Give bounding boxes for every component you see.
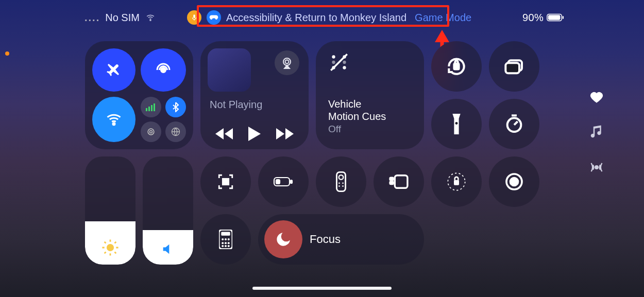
flashlight-button[interactable] [431,99,482,149]
svg-rect-69 [221,232,230,236]
airplay-icon [281,57,293,69]
svg-point-56 [339,175,344,180]
favorites-icon[interactable] [589,90,604,103]
hotspot-icon [146,127,156,137]
wifi-icon [145,13,156,22]
game-mode-label[interactable]: Game Mode [415,12,471,24]
volume-slider[interactable] [143,156,193,265]
svg-point-26 [332,61,335,64]
svg-rect-11 [148,107,150,111]
svg-marker-24 [285,128,294,139]
svg-point-60 [342,185,344,187]
svg-point-29 [343,61,346,64]
svg-point-59 [338,185,340,187]
play-icon [248,127,261,141]
low-power-button[interactable] [258,156,309,207]
focus-moon-button[interactable] [264,220,302,258]
connectivity-tile[interactable] [85,41,193,149]
svg-rect-51 [226,182,228,184]
svg-rect-5 [563,16,564,19]
guided-access-button[interactable] [431,156,482,207]
backward-icon [215,128,233,139]
stage-manager-button[interactable] [374,156,424,207]
svg-point-70 [222,238,224,240]
svg-line-46 [105,252,106,254]
airplay-button[interactable] [275,50,299,75]
vehicle-cues-line1: Vehicle [328,98,386,110]
forward-icon [276,128,294,139]
mic-icon [191,13,198,22]
sun-icon [85,239,135,256]
svg-point-39 [107,244,114,251]
svg-point-79 [595,166,598,169]
hotspot-button[interactable] [141,121,161,142]
svg-line-45 [115,252,116,254]
svg-line-47 [115,242,116,243]
airdrop-icon [154,61,173,79]
cellular-button[interactable] [141,97,161,117]
svg-point-18 [285,60,289,64]
calculator-button[interactable] [200,214,251,265]
qr-scanner-button[interactable] [200,156,251,207]
vehicle-motion-cues-tile[interactable]: Vehicle Motion Cues Off [316,41,424,149]
svg-rect-61 [395,176,408,188]
lock-circle-icon [446,171,467,192]
bluetooth-button[interactable] [165,97,186,117]
media-tile[interactable]: Not Playing [200,41,309,149]
screen-record-button[interactable] [489,156,539,207]
battery-low-icon [273,176,294,187]
bluetooth-icon [173,102,179,112]
svg-rect-10 [146,108,147,111]
svg-rect-63 [390,182,393,184]
focus-tile[interactable]: Focus [258,214,424,265]
media-artwork [208,48,251,92]
timer-icon [504,114,524,134]
vpn-button[interactable] [165,121,186,142]
flashlight-icon [451,114,462,134]
gamepad-icon [209,14,218,21]
connectivity-shortcut-icon[interactable] [589,160,604,174]
moon-icon [275,231,292,248]
apple-tv-remote-button[interactable] [316,156,366,207]
home-indicator[interactable] [252,287,392,290]
svg-rect-4 [548,15,561,20]
cellular-icon [146,103,156,111]
mic-indicator-pill[interactable] [187,10,201,25]
svg-rect-54 [276,180,280,184]
orientation-lock-button[interactable] [431,41,482,92]
svg-point-72 [228,238,230,240]
airdrop-button[interactable] [141,48,186,92]
svg-marker-19 [284,65,290,68]
wifi-icon [104,112,124,127]
record-icon [504,171,524,192]
svg-point-30 [343,66,346,69]
play-button[interactable] [248,127,261,141]
svg-point-9 [113,123,115,125]
previous-button[interactable] [215,128,233,139]
svg-point-15 [148,129,154,135]
svg-point-75 [228,242,230,244]
vehicle-cues-state: Off [328,124,386,135]
side-icon-strip [589,90,604,174]
wifi-button[interactable] [92,97,135,142]
remote-icon [336,171,346,192]
airplane-mode-button[interactable] [92,48,135,92]
svg-point-67 [511,178,518,186]
focus-label: Focus [310,233,341,246]
screen-mirroring-button[interactable] [489,41,539,92]
status-title[interactable]: Accessibility & Return to Monkey Island [226,12,406,24]
svg-rect-32 [454,64,459,69]
svg-point-71 [225,238,227,240]
svg-point-58 [342,182,344,184]
next-button[interactable] [276,128,294,139]
brightness-slider[interactable] [85,156,135,265]
airplane-icon [105,61,123,79]
timer-button[interactable] [489,99,539,149]
gamepad-indicator-pill[interactable] [207,10,221,25]
svg-point-8 [161,68,166,73]
svg-rect-65 [454,180,459,185]
screen-mirroring-icon [504,58,524,75]
svg-point-74 [225,242,227,244]
vehicle-cues-line2: Motion Cues [328,110,386,123]
music-icon[interactable] [590,124,603,139]
